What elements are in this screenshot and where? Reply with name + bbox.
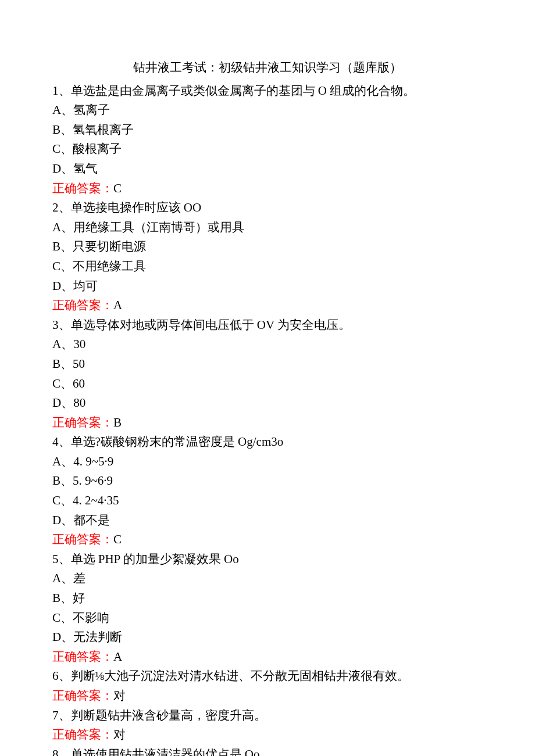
answer-line: 正确答案：C <box>52 530 483 550</box>
answer-label: 正确答案： <box>52 728 113 741</box>
option-text: A、氢离子 <box>52 101 483 120</box>
question-text: 3、单选导体对地或两导体间电压低于 OV 为安全电压。 <box>52 316 483 335</box>
answer-label: 正确答案： <box>52 298 113 312</box>
question-text: 8、单选使用钻井液清洁器的优点是 Oo <box>52 745 483 756</box>
answer-label: 正确答案： <box>52 532 113 546</box>
question-text: 5、单选 PHP 的加量少絮凝效果 Oo <box>52 550 483 569</box>
answer-label: 正确答案： <box>52 689 113 703</box>
option-text: C、60 <box>52 374 483 394</box>
question-text: 2、单选接电操作时应该 OO <box>52 198 483 218</box>
answer-line: 正确答案：A <box>52 296 483 316</box>
option-text: B、50 <box>52 354 483 374</box>
answer-line: 正确答案：A <box>52 647 483 667</box>
questions-container: 1、单选盐是由金属离子或类似金属离子的基团与 O 组成的化合物。A、氢离子B、氢… <box>52 81 483 756</box>
option-text: B、5. 9~6·9 <box>52 471 483 491</box>
option-text: B、只要切断电源 <box>52 237 483 257</box>
answer-value: A <box>113 650 122 664</box>
option-text: A、30 <box>52 335 483 354</box>
option-text: C、不影响 <box>52 608 483 628</box>
option-text: C、4. 2~4·35 <box>52 491 483 511</box>
option-text: B、氢氧根离子 <box>52 120 483 140</box>
answer-value: 对 <box>113 728 126 741</box>
answer-value: C <box>113 181 122 195</box>
option-text: A、4. 9~5·9 <box>52 452 483 472</box>
answer-value: C <box>113 532 122 546</box>
answer-label: 正确答案： <box>52 181 113 195</box>
answer-value: B <box>113 415 122 429</box>
option-text: D、均可 <box>52 277 483 296</box>
option-text: A、用绝缘工具（江南博哥）或用具 <box>52 218 483 238</box>
question-text: 6、判断⅛大池子沉淀法对清水钻进、不分散无固相钻井液很有效。 <box>52 667 483 686</box>
answer-value: 对 <box>113 689 126 703</box>
option-text: D、80 <box>52 393 483 413</box>
answer-line: 正确答案：对 <box>52 686 483 706</box>
option-text: B、好 <box>52 589 483 608</box>
option-text: C、不用绝缘工具 <box>52 257 483 277</box>
option-text: D、无法判断 <box>52 628 483 647</box>
option-text: D、氢气 <box>52 159 483 179</box>
answer-line: 正确答案：B <box>52 413 483 433</box>
answer-label: 正确答案： <box>52 415 113 429</box>
option-text: A、差 <box>52 569 483 589</box>
option-text: D、都不是 <box>52 511 483 531</box>
page-title: 钻井液工考试：初级钻井液工知识学习（题库版） <box>52 58 483 78</box>
answer-line: 正确答案：对 <box>52 725 483 745</box>
answer-line: 正确答案：C <box>52 179 483 199</box>
option-text: C、酸根离子 <box>52 139 483 159</box>
question-text: 4、单选?碳酸钢粉末的常温密度是 Og/cm3o <box>52 432 483 452</box>
question-text: 1、单选盐是由金属离子或类似金属离子的基团与 O 组成的化合物。 <box>52 81 483 101</box>
question-text: 7、判断题钻井液含砂量高，密度升高。 <box>52 706 483 726</box>
answer-label: 正确答案： <box>52 650 113 664</box>
answer-value: A <box>113 298 122 312</box>
